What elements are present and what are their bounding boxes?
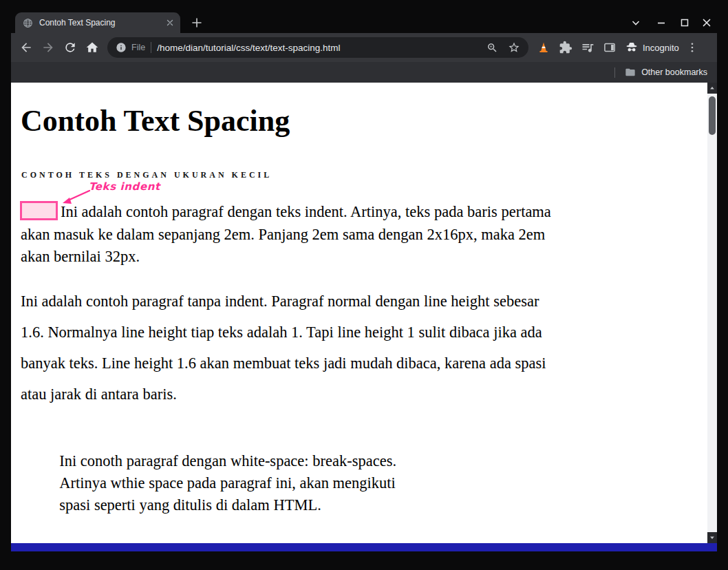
bookmarks-separator	[614, 67, 615, 78]
tab-close-icon[interactable]	[165, 18, 175, 28]
browser-tab[interactable]: Contoh Text Spacing	[15, 12, 180, 33]
paragraph-line-height: Ini adalah contoh paragraf tanpa indent.…	[21, 286, 703, 410]
queue-music-icon[interactable]	[581, 41, 595, 54]
url-scheme-label: File	[131, 43, 145, 52]
globe-favicon-icon	[23, 18, 33, 28]
vlc-extension-icon[interactable]	[537, 41, 550, 54]
site-info-icon[interactable]	[116, 42, 127, 53]
incognito-badge: Incognito	[625, 41, 679, 54]
extensions-puzzle-icon[interactable]	[559, 41, 572, 54]
menu-dots-button[interactable]	[686, 41, 698, 54]
home-button[interactable]	[85, 41, 99, 54]
paragraph-break-spaces: Ini conoth paragraf dengan white-space: …	[21, 450, 703, 516]
window-chevron-button[interactable]	[630, 17, 641, 28]
bookmark-star-icon[interactable]	[508, 41, 520, 54]
incognito-spy-icon	[625, 41, 639, 54]
tab-title: Contoh Text Spacing	[39, 18, 165, 28]
address-bar[interactable]: File /home/dian/tutorial/css/text/text-s…	[107, 37, 528, 58]
url-text[interactable]: /home/dian/tutorial/css/text/text-spacin…	[157, 43, 486, 53]
back-button[interactable]	[19, 41, 33, 54]
new-tab-button[interactable]	[191, 17, 202, 28]
scroll-up-button[interactable]	[707, 83, 717, 94]
scrollbar-thumb[interactable]	[709, 96, 716, 135]
scroll-down-button[interactable]	[707, 532, 717, 543]
other-bookmarks-label: Other bookmarks	[641, 67, 707, 77]
other-bookmarks-button[interactable]: Other bookmarks	[625, 67, 707, 78]
page-content: Contoh Text Spacing CONTOH TEKS DENGAN U…	[11, 83, 717, 551]
page-title: Contoh Text Spacing	[21, 103, 290, 138]
window-minimize-button[interactable]	[656, 17, 667, 28]
side-panel-icon[interactable]	[603, 41, 617, 54]
bookmarks-bar: Other bookmarks	[11, 62, 717, 83]
annotation-label: Teks indent	[89, 180, 160, 193]
incognito-label: Incognito	[643, 43, 679, 53]
browser-toolbar: File /home/dian/tutorial/css/text/text-s…	[11, 33, 717, 62]
window-maximize-button[interactable]	[679, 17, 690, 28]
url-divider	[151, 42, 151, 53]
bottom-blue-bar	[11, 543, 717, 551]
reload-button[interactable]	[63, 41, 77, 54]
forward-button[interactable]	[41, 41, 55, 54]
scrollbar[interactable]	[707, 83, 717, 543]
scrollbar-track[interactable]	[707, 94, 717, 532]
small-caps-text: CONTOH TEKS DENGAN UKURAN KECIL	[21, 170, 272, 180]
paragraph-indent: Ini adalah contoh paragraf dengan teks i…	[21, 201, 703, 268]
folder-icon	[625, 67, 636, 78]
zoom-icon[interactable]	[486, 42, 498, 54]
window-close-button[interactable]	[701, 17, 712, 28]
browser-window: Contoh Text Spacing	[0, 0, 728, 570]
